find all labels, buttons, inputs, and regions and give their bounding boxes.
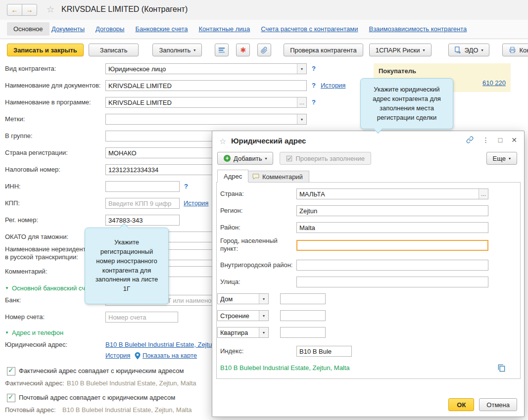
help-icon[interactable]: ? <box>184 181 188 192</box>
dialog-favorite-star-icon[interactable]: ☆ <box>219 137 226 146</box>
nav-links-row: Основное Документы Договоры Банковские с… <box>0 20 528 39</box>
show-on-map-link[interactable]: Показать на карте <box>143 352 197 359</box>
postal-address-checkbox[interactable]: ✓ <box>7 394 15 402</box>
name-app-input[interactable] <box>106 97 297 107</box>
verify-counterparty-button[interactable]: Проверка контрагента <box>284 44 363 56</box>
street-input[interactable] <box>296 277 488 287</box>
house-number-input[interactable] <box>280 293 326 304</box>
save-button[interactable]: Записать <box>89 44 139 56</box>
building-type-input[interactable] <box>218 311 259 321</box>
zip-input[interactable] <box>296 346 352 357</box>
name-docs-input[interactable] <box>105 80 307 91</box>
name-app-field[interactable]: … <box>105 97 307 108</box>
apartment-type-input[interactable] <box>218 327 259 337</box>
dialog-menu-dots-icon[interactable]: ⋮ <box>482 137 489 143</box>
section-address-phone[interactable]: ▼Адрес и телефон <box>5 327 63 338</box>
forward-button[interactable]: → <box>22 4 37 16</box>
dialog-footer: ОК Отмена <box>448 398 517 411</box>
dropdown-caret-icon[interactable]: ▾ <box>259 294 268 304</box>
country-input[interactable] <box>297 189 479 199</box>
name-docs-history-link[interactable]: История <box>321 82 345 89</box>
dropdown-caret-icon[interactable]: ▾ <box>259 327 268 337</box>
tab-comment[interactable]: Комментарий <box>246 171 309 183</box>
more-button[interactable]: Еще▾ <box>486 152 517 165</box>
fact-address-checkbox[interactable]: ✓ <box>7 367 15 375</box>
building-type-combobox[interactable]: ▾ <box>217 310 269 321</box>
tab-address-label: Адрес <box>224 173 242 180</box>
toolbar: Записать и закрыть Записать Заполнить▾ ✱… <box>7 44 528 56</box>
edo-button[interactable]: ЭДО▾ <box>448 44 490 56</box>
dropdown-caret-icon: ▾ <box>423 48 425 52</box>
house-type-combobox[interactable]: ▾ <box>217 293 269 304</box>
cancel-button[interactable]: Отмена <box>479 398 517 411</box>
house-type-input[interactable] <box>218 294 259 304</box>
favorite-star-icon[interactable]: ☆ <box>47 4 54 15</box>
nav-link-contracts[interactable]: Договоры <box>96 25 124 33</box>
paperclip-icon <box>261 47 268 54</box>
dropdown-caret-icon: ▾ <box>509 156 511 161</box>
fact-address-checkbox-label[interactable]: Фактический адрес совпадает с юридически… <box>19 367 184 374</box>
apartment-type-combobox[interactable]: ▾ <box>217 327 269 338</box>
back-button[interactable]: ← <box>7 4 22 16</box>
spark-risks-button[interactable]: 1СПАРК Риски▾ <box>369 44 432 56</box>
tab-main[interactable]: Основное <box>7 22 49 36</box>
section-main-bank-account[interactable]: ▼Основной банковский счет <box>5 283 92 294</box>
legal-address-history-link[interactable]: История <box>105 352 130 359</box>
reg-num-input[interactable] <box>105 215 180 226</box>
region-input[interactable] <box>296 205 488 216</box>
kpp-history-link[interactable]: История <box>184 199 208 207</box>
dropdown-caret-icon[interactable]: ▾ <box>297 64 306 74</box>
envelope-button[interactable]: Конверт <box>502 44 528 56</box>
save-close-button[interactable]: Записать и закрыть <box>7 44 84 56</box>
tags-input[interactable] <box>106 114 297 124</box>
city-district-input[interactable] <box>296 260 488 271</box>
copy-icon[interactable] <box>497 364 506 372</box>
save-label: Записать <box>100 47 128 54</box>
postal-address-checkbox-label[interactable]: Почтовый адрес совпадает с юридическим а… <box>19 394 175 401</box>
dropdown-caret-icon: ▾ <box>193 48 195 52</box>
attachments-button[interactable] <box>257 44 271 56</box>
fill-dropdown-button[interactable]: Заполнить▾ <box>152 44 202 56</box>
dropdown-caret-icon[interactable]: ▾ <box>259 311 268 321</box>
nav-link-interdependence[interactable]: Взаимозависимость контрагента <box>369 25 467 33</box>
district-input[interactable] <box>296 222 488 233</box>
row-address-summary: B10 B Bulebel Industrial Estate, Zejtun,… <box>212 363 524 374</box>
city-input[interactable] <box>296 240 488 251</box>
tab-address[interactable]: Адрес <box>217 170 248 183</box>
get-link-icon[interactable] <box>466 136 474 143</box>
dropdown-caret-icon: ▾ <box>265 156 267 161</box>
verify-label: Проверка контрагента <box>290 47 356 54</box>
ok-button[interactable]: ОК <box>448 398 474 411</box>
inn-input[interactable] <box>105 181 180 192</box>
kind-input[interactable] <box>106 64 297 74</box>
choose-ellipsis-icon[interactable]: … <box>479 189 488 199</box>
help-icon[interactable]: ? <box>312 63 316 74</box>
kind-label: Вид контрагента: <box>5 63 56 74</box>
dossier-button[interactable] <box>215 44 229 56</box>
choose-ellipsis-icon[interactable]: … <box>297 97 306 107</box>
dropdown-caret-icon[interactable]: ▾ <box>297 114 306 124</box>
building-number-input[interactable] <box>280 310 326 321</box>
help-icon[interactable]: ? <box>312 80 316 91</box>
add-plus-icon: + <box>224 155 231 162</box>
kind-combobox[interactable]: ▾ <box>105 63 307 74</box>
nav-link-documents[interactable]: Документы <box>51 25 85 33</box>
counterparty-service-button[interactable]: ✱ <box>236 44 250 56</box>
dialog-close-icon[interactable]: ✕ <box>511 137 517 143</box>
kpp-input[interactable] <box>105 198 180 209</box>
add-button[interactable]: +Добавить▾ <box>217 152 273 165</box>
account-label: Номер счета: <box>5 312 45 323</box>
dialog-maximize-icon[interactable]: □ <box>498 137 502 143</box>
zip-label: Индекс: <box>220 346 243 357</box>
verify-fill-button[interactable]: Проверить заполнение <box>280 152 371 165</box>
nav-link-contact-persons[interactable]: Контактные лица <box>198 25 250 33</box>
nav-link-settlement-accounts[interactable]: Счета расчетов с контрагентами <box>261 25 358 33</box>
nav-link-bank-accounts[interactable]: Банковские счета <box>135 25 188 33</box>
account-input[interactable] <box>105 312 178 323</box>
report-lines-icon <box>218 47 225 54</box>
help-icon[interactable]: ? <box>312 97 316 108</box>
ok-label: ОК <box>457 401 466 409</box>
tags-combobox[interactable]: ▾ <box>105 114 307 125</box>
apartment-number-input[interactable] <box>280 327 326 338</box>
country-field[interactable]: … <box>296 188 488 199</box>
